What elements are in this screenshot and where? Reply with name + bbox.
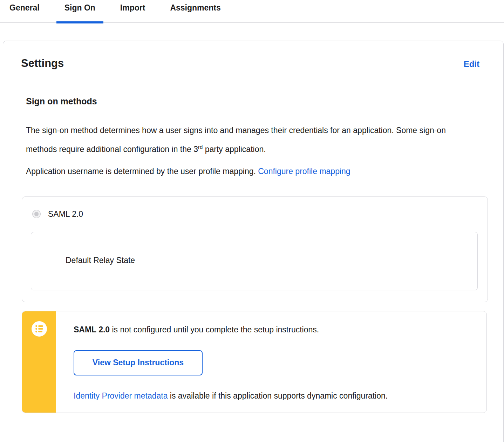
- saml-radio-button[interactable]: [32, 210, 41, 218]
- app-tabbar: General Sign On Import Assignments: [0, 0, 504, 23]
- identity-provider-metadata-link[interactable]: Identity Provider metadata: [74, 391, 168, 400]
- default-relay-state-label: Default Relay State: [66, 256, 135, 265]
- username-note: Application username is determined by th…: [26, 166, 488, 177]
- setup-warning-callout: SAML 2.0 is not configured until you com…: [22, 311, 487, 413]
- callout-message-bold: SAML 2.0: [74, 325, 110, 334]
- callout-message-rest: is not configured until you complete the…: [110, 325, 319, 334]
- metadata-line-rest: is available if this application support…: [168, 391, 388, 400]
- callout-content: SAML 2.0 is not configured until you com…: [56, 311, 486, 413]
- saml-settings-panel: Default Relay State: [31, 232, 478, 290]
- bullet-list-icon: [32, 321, 47, 337]
- settings-card-header: Settings Edit: [3, 41, 503, 70]
- edit-link[interactable]: Edit: [464, 59, 479, 69]
- saml-radio-label: SAML 2.0: [48, 209, 83, 219]
- configure-profile-mapping-link[interactable]: Configure profile mapping: [258, 167, 350, 176]
- username-note-text: Application username is determined by th…: [26, 167, 258, 176]
- callout-message: SAML 2.0 is not configured until you com…: [74, 324, 472, 335]
- tab-import[interactable]: Import: [120, 0, 145, 22]
- description-part2: party application.: [203, 145, 266, 154]
- tab-assignments[interactable]: Assignments: [170, 0, 220, 22]
- callout-warning-stripe: [22, 311, 56, 413]
- saml-method-box: SAML 2.0 Default Relay State: [22, 196, 488, 302]
- settings-card: Settings Edit Sign on methods The sign-o…: [3, 41, 504, 442]
- saml-radio-row: SAML 2.0: [22, 209, 488, 219]
- description-superscript: rd: [198, 144, 203, 150]
- sign-on-methods-title: Sign on methods: [26, 96, 503, 106]
- sign-on-methods-description: The sign-on method determines how a user…: [26, 122, 461, 158]
- view-setup-instructions-button[interactable]: View Setup Instructions: [74, 350, 203, 375]
- tab-sign-on[interactable]: Sign On: [64, 0, 95, 22]
- tab-general[interactable]: General: [9, 0, 40, 22]
- page-title: Settings: [21, 57, 64, 70]
- settings-card-body: Sign on methods The sign-on method deter…: [3, 96, 503, 413]
- metadata-line: Identity Provider metadata is available …: [74, 391, 472, 401]
